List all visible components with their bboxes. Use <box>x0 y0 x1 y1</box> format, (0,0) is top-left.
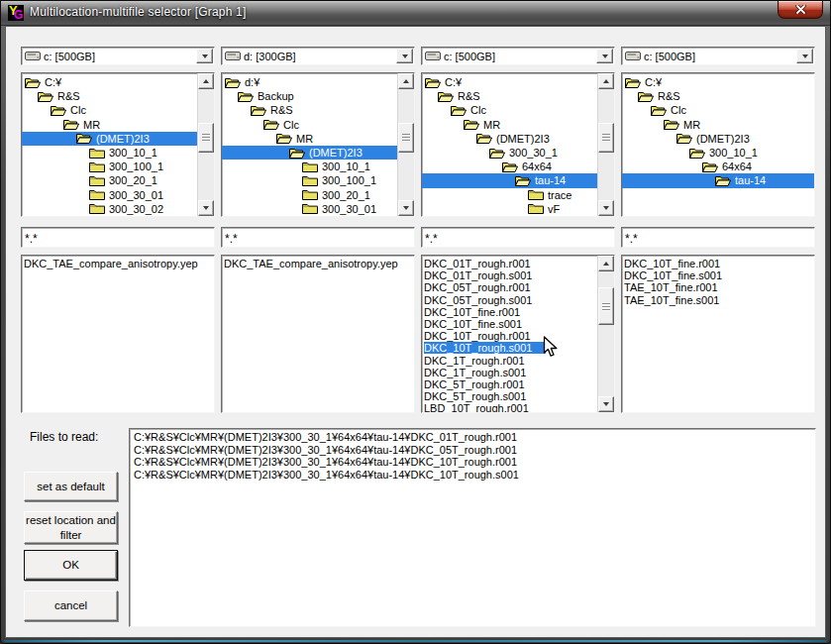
file-list-item[interactable]: DKC_1T_rough.r001 <box>422 355 614 367</box>
file-list-item[interactable]: DKC_TAE_compare_anisotropy.yep <box>222 258 414 269</box>
close-button[interactable] <box>778 1 823 19</box>
scroll-down-button[interactable] <box>598 200 614 216</box>
tree-item[interactable]: R&S <box>22 89 197 103</box>
scroll-down-button[interactable] <box>598 396 614 412</box>
tree-item[interactable]: R&S <box>222 103 397 117</box>
tree-item[interactable]: d:¥ <box>222 75 397 89</box>
scrollbar-thumb[interactable] <box>598 123 614 153</box>
scroll-down-button[interactable] <box>198 200 214 216</box>
file-list-item[interactable]: DKC_01T_rough.s001 <box>422 269 614 281</box>
file-list-item[interactable]: DKC_05T_rough.s001 <box>422 294 614 306</box>
tree-item[interactable]: (DMET)2I3 <box>222 146 397 160</box>
set-as-default-button[interactable]: set as default <box>24 472 118 501</box>
directory-tree[interactable]: C:¥ R&S Clc MR (DMET)2I3 300_30_1 64x64 … <box>421 72 615 217</box>
drive-dropdown-button[interactable] <box>796 49 813 63</box>
scrollbar[interactable] <box>397 73 414 216</box>
scroll-up-button[interactable] <box>398 73 414 89</box>
drive-dropdown-button[interactable] <box>396 49 413 63</box>
tree-item[interactable]: C:¥ <box>622 75 814 89</box>
file-list-item[interactable]: DKC_10T_fine.r001 <box>622 258 814 269</box>
tree-item[interactable]: 300_30_1 <box>422 146 597 160</box>
file-list-item[interactable]: DKC_10T_fine.s001 <box>422 318 614 330</box>
cancel-button[interactable]: cancel <box>24 590 118 621</box>
drive-combobox[interactable]: c: [500GB] <box>421 47 615 65</box>
drive-combobox[interactable]: c: [500GB] <box>21 47 215 65</box>
file-list-item[interactable]: DKC_5T_rough.s001 <box>422 390 614 402</box>
tree-item[interactable]: 64x64 <box>422 160 597 173</box>
tree-item[interactable]: 300_30_01 <box>222 202 397 216</box>
tree-item[interactable]: 300_100_1 <box>22 160 197 173</box>
tree-item[interactable]: 300_100_1 <box>222 173 397 187</box>
tree-item[interactable]: 300_10_1 <box>222 160 397 173</box>
scroll-up-button[interactable] <box>198 73 214 89</box>
tree-item[interactable]: Clc <box>422 103 597 117</box>
scrollbar-track[interactable] <box>398 89 414 200</box>
tree-item[interactable]: MR <box>422 118 597 132</box>
file-list-item[interactable]: LBD_10T_rough.r001 <box>422 402 614 413</box>
drive-combobox[interactable]: c: [500GB] <box>621 47 815 65</box>
tree-item[interactable]: 300_10_1 <box>22 146 197 160</box>
drive-dropdown-button[interactable] <box>596 49 613 63</box>
file-list-item[interactable]: DKC_10T_rough.r001 <box>422 330 614 342</box>
tree-item[interactable]: (DMET)2I3 <box>22 132 197 146</box>
scrollbar-thumb[interactable] <box>598 287 614 325</box>
scrollbar-thumb[interactable] <box>398 123 414 153</box>
tree-item[interactable]: C:¥ <box>22 75 197 89</box>
tree-item[interactable]: R&S <box>622 89 814 103</box>
tree-item[interactable]: 300_30_01 <box>22 188 197 202</box>
tree-item[interactable]: vF <box>422 202 597 216</box>
filter-input[interactable] <box>621 227 815 248</box>
tree-item[interactable]: tau-14 <box>622 173 814 187</box>
file-list-item[interactable]: DKC_1T_rough.s001 <box>422 367 614 378</box>
file-list-item[interactable]: DKC_05T_rough.r001 <box>422 281 614 293</box>
tree-item[interactable]: C:¥ <box>422 75 597 89</box>
tree-item[interactable]: Backup <box>222 89 397 103</box>
tree-item[interactable]: 64x64 <box>622 160 814 173</box>
file-list[interactable]: DKC_01T_rough.r001DKC_01T_rough.s001DKC_… <box>421 255 615 413</box>
scrollbar-track[interactable] <box>598 271 614 396</box>
reset-location-and-filter-button[interactable]: reset location and filter <box>24 511 118 544</box>
scroll-up-button[interactable] <box>598 73 614 89</box>
ok-button[interactable]: OK <box>24 550 118 581</box>
title-bar[interactable]: Y G Multilocation-multifile selector [Gr… <box>1 1 830 26</box>
file-list-item[interactable]: TAE_10T_fine.s001 <box>622 294 814 306</box>
file-list[interactable]: DKC_TAE_compare_anisotropy.yep <box>21 255 215 413</box>
scrollbar-thumb[interactable] <box>198 123 214 153</box>
tree-item[interactable]: MR <box>622 118 814 132</box>
file-list-item[interactable]: DKC_TAE_compare_anisotropy.yep <box>22 258 214 269</box>
directory-tree[interactable]: C:¥ R&S Clc MR (DMET)2I3 300_10_1 64x64 … <box>621 72 815 217</box>
drive-combobox[interactable]: d: [300GB] <box>221 47 415 65</box>
directory-tree[interactable]: C:¥ R&S Clc MR (DMET)2I3 300_10_1 300_10… <box>21 72 215 217</box>
scrollbar-track[interactable] <box>598 89 614 200</box>
file-list-item[interactable]: DKC_10T_fine.s001 <box>622 269 814 281</box>
file-list-item[interactable]: TAE_10T_fine.r001 <box>622 281 814 293</box>
scrollbar-track[interactable] <box>198 89 214 200</box>
file-list-item[interactable]: DKC_10T_fine.r001 <box>422 306 614 318</box>
tree-item[interactable]: tau-14 <box>422 173 597 187</box>
scroll-up-button[interactable] <box>598 256 614 271</box>
file-list[interactable]: DKC_10T_fine.r001DKC_10T_fine.s001TAE_10… <box>621 255 815 413</box>
file-list-item[interactable]: DKC_10T_rough.s001 <box>422 342 614 354</box>
tree-item[interactable]: MR <box>222 132 397 146</box>
tree-item[interactable]: 300_30_02 <box>22 202 197 216</box>
drive-dropdown-button[interactable] <box>196 49 213 63</box>
scrollbar[interactable] <box>597 256 614 412</box>
filter-input[interactable] <box>421 227 615 248</box>
file-list-item[interactable]: DKC_5T_rough.r001 <box>422 378 614 390</box>
tree-item[interactable]: Clc <box>22 103 197 117</box>
scrollbar[interactable] <box>197 73 214 216</box>
scrollbar[interactable] <box>597 73 614 216</box>
tree-item[interactable]: MR <box>22 118 197 132</box>
scroll-down-button[interactable] <box>398 200 414 216</box>
tree-item[interactable]: 300_20_1 <box>22 173 197 187</box>
tree-item[interactable]: (DMET)2I3 <box>422 132 597 146</box>
tree-item[interactable]: R&S <box>422 89 597 103</box>
files-to-read-box[interactable]: C:¥R&S¥Clc¥MR¥(DMET)2I3¥300_30_1¥64x64¥t… <box>129 428 816 627</box>
filter-input[interactable] <box>221 227 415 248</box>
directory-tree[interactable]: d:¥ Backup R&S Clc MR (DMET)2I3 300_10_1… <box>221 72 415 217</box>
tree-item[interactable]: 300_20_1 <box>222 188 397 202</box>
filter-input[interactable] <box>21 227 215 248</box>
file-list[interactable]: DKC_TAE_compare_anisotropy.yep <box>221 255 415 413</box>
tree-item[interactable]: Clc <box>222 118 397 132</box>
tree-item[interactable]: Clc <box>622 103 814 117</box>
